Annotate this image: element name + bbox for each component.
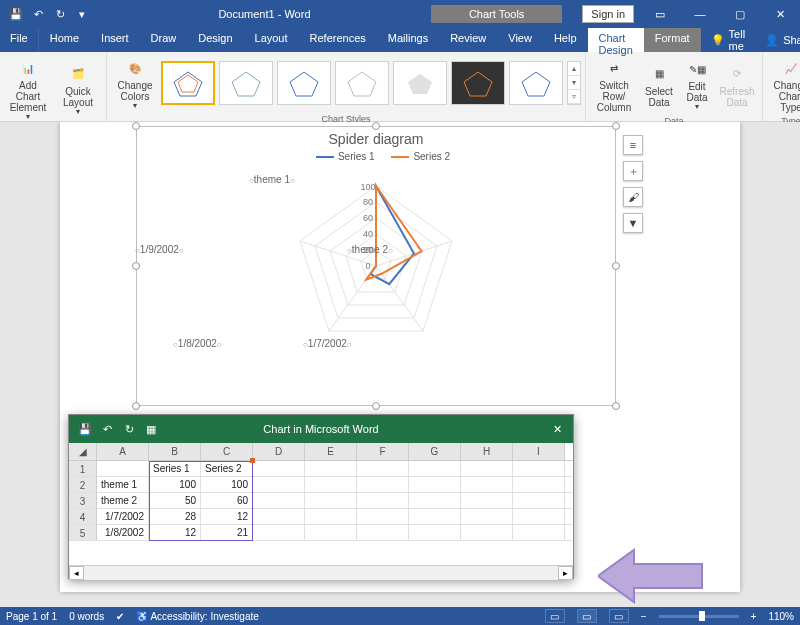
tab-design[interactable]: Design xyxy=(187,28,243,52)
tab-format[interactable]: Format xyxy=(644,28,701,52)
radar-chart[interactable]: 100 80 60 40 20 0 ○theme 1○ ○ xyxy=(137,166,615,386)
layout-options-button[interactable]: ≡ xyxy=(623,135,643,155)
chart-styles-more[interactable]: ▴▾▿ xyxy=(567,61,581,105)
tab-chart-design[interactable]: Chart Design xyxy=(588,28,644,52)
cell-B2[interactable]: 100 xyxy=(149,477,201,492)
tab-view[interactable]: View xyxy=(497,28,543,52)
chart-styles-button[interactable]: 🖌 xyxy=(623,187,643,207)
col-I[interactable]: I xyxy=(513,443,565,460)
view-read-mode[interactable]: ▭ xyxy=(545,609,565,623)
resize-handle[interactable] xyxy=(372,122,380,130)
resize-handle[interactable] xyxy=(372,402,380,410)
cell-B5[interactable]: 12 xyxy=(149,525,201,540)
col-C[interactable]: C xyxy=(201,443,253,460)
resize-handle[interactable] xyxy=(132,402,140,410)
chart-style-6[interactable] xyxy=(451,61,505,105)
cell-A1[interactable] xyxy=(97,461,149,476)
select-data-button[interactable]: ▦Select Data xyxy=(640,60,678,110)
select-all-cell[interactable]: ◢ xyxy=(69,443,97,460)
share-button[interactable]: 👤Share xyxy=(755,28,800,52)
col-A[interactable]: A xyxy=(97,443,149,460)
editor-scrollbar[interactable]: ◂ ▸ xyxy=(69,565,573,580)
cell-A4[interactable]: 1/7/2002 xyxy=(97,509,149,524)
change-chart-type-button[interactable]: 📈Change Chart Type xyxy=(767,54,800,115)
qat-customize-icon[interactable]: ▾ xyxy=(72,2,92,26)
tab-insert[interactable]: Insert xyxy=(90,28,140,52)
tab-mailings[interactable]: Mailings xyxy=(377,28,439,52)
close-button[interactable]: ✕ xyxy=(760,0,800,28)
cell-A2[interactable]: theme 1 xyxy=(97,477,149,492)
cell-A5[interactable]: 1/8/2002 xyxy=(97,525,149,540)
chart-elements-button[interactable]: ＋ xyxy=(623,161,643,181)
zoom-in-button[interactable]: + xyxy=(751,611,757,622)
resize-handle[interactable] xyxy=(612,122,620,130)
status-accessibility[interactable]: ♿ Accessibility: Investigate xyxy=(136,611,259,622)
col-G[interactable]: G xyxy=(409,443,461,460)
resize-handle[interactable] xyxy=(132,122,140,130)
view-web-layout[interactable]: ▭ xyxy=(609,609,629,623)
status-page[interactable]: Page 1 of 1 xyxy=(6,611,57,622)
col-H[interactable]: H xyxy=(461,443,513,460)
editor-redo-icon[interactable]: ↻ xyxy=(119,417,139,441)
tab-references[interactable]: References xyxy=(299,28,377,52)
maximize-button[interactable]: ▢ xyxy=(720,0,760,28)
col-D[interactable]: D xyxy=(253,443,305,460)
cell-B1[interactable]: Series 1 xyxy=(149,461,201,476)
status-proofing-icon[interactable]: ✔ xyxy=(116,611,124,622)
chart-style-2[interactable] xyxy=(219,61,273,105)
quick-layout-button[interactable]: 🗂️Quick Layout▾ xyxy=(54,60,102,119)
resize-handle[interactable] xyxy=(612,402,620,410)
cell-C1[interactable]: Series 2 xyxy=(201,461,253,476)
row-5[interactable]: 5 xyxy=(69,525,97,540)
editor-grid[interactable]: ◢ A B C D E F G H I 1 Series 1 Series 2 xyxy=(69,443,573,580)
chart-style-3[interactable] xyxy=(277,61,331,105)
sign-in-button[interactable]: Sign in xyxy=(582,5,634,23)
row-1[interactable]: 1 xyxy=(69,461,97,476)
chart-object[interactable]: ≡ ＋ 🖌 ▼ Spider diagram Series 1 Series 2 xyxy=(136,126,616,406)
cell-C2[interactable]: 100 xyxy=(201,477,253,492)
col-B[interactable]: B xyxy=(149,443,201,460)
chart-style-4[interactable] xyxy=(335,61,389,105)
row-4[interactable]: 4 xyxy=(69,509,97,524)
editor-close-button[interactable]: ✕ xyxy=(541,423,573,436)
cell-A3[interactable]: theme 2 xyxy=(97,493,149,508)
zoom-out-button[interactable]: − xyxy=(641,611,647,622)
tab-draw[interactable]: Draw xyxy=(140,28,188,52)
scroll-left-icon[interactable]: ◂ xyxy=(69,566,84,580)
undo-icon[interactable]: ↶ xyxy=(28,2,48,26)
tell-me-search[interactable]: 💡Tell me xyxy=(701,28,756,52)
status-words[interactable]: 0 words xyxy=(69,611,104,622)
cell-C5[interactable]: 21 xyxy=(201,525,253,540)
row-3[interactable]: 3 xyxy=(69,493,97,508)
col-F[interactable]: F xyxy=(357,443,409,460)
series-range-handle[interactable] xyxy=(250,458,255,463)
switch-row-column-button[interactable]: ⇄Switch Row/ Column xyxy=(590,54,638,115)
cell-B3[interactable]: 50 xyxy=(149,493,201,508)
chart-style-1[interactable] xyxy=(161,61,215,105)
cell-C4[interactable]: 12 xyxy=(201,509,253,524)
minimize-button[interactable]: — xyxy=(680,0,720,28)
redo-icon[interactable]: ↻ xyxy=(50,2,70,26)
col-E[interactable]: E xyxy=(305,443,357,460)
tab-review[interactable]: Review xyxy=(439,28,497,52)
chart-style-5[interactable] xyxy=(393,61,447,105)
scroll-right-icon[interactable]: ▸ xyxy=(558,566,573,580)
view-print-layout[interactable]: ▭ xyxy=(577,609,597,623)
editor-save-icon[interactable]: 💾 xyxy=(75,417,95,441)
editor-undo-icon[interactable]: ↶ xyxy=(97,417,117,441)
zoom-level[interactable]: 110% xyxy=(768,611,794,622)
cell-B4[interactable]: 28 xyxy=(149,509,201,524)
chart-title[interactable]: Spider diagram xyxy=(137,127,615,147)
tab-layout[interactable]: Layout xyxy=(244,28,299,52)
editor-excel-icon[interactable]: ▦ xyxy=(141,417,161,441)
cell-C3[interactable]: 60 xyxy=(201,493,253,508)
change-colors-button[interactable]: 🎨Change Colors▾ xyxy=(111,54,159,113)
tab-file[interactable]: File xyxy=(0,28,39,52)
add-chart-element-button[interactable]: 📊Add Chart Element▾ xyxy=(4,54,52,124)
tab-home[interactable]: Home xyxy=(39,28,90,52)
chart-style-7[interactable] xyxy=(509,61,563,105)
edit-data-button[interactable]: ✎▦Edit Data▾ xyxy=(680,55,714,114)
chart-legend[interactable]: Series 1 Series 2 xyxy=(137,147,615,166)
chart-data-editor[interactable]: 💾 ↶ ↻ ▦ Chart in Microsoft Word ✕ ◢ A B … xyxy=(68,414,574,579)
chart-styles-gallery[interactable]: ▴▾▿ xyxy=(161,61,581,105)
